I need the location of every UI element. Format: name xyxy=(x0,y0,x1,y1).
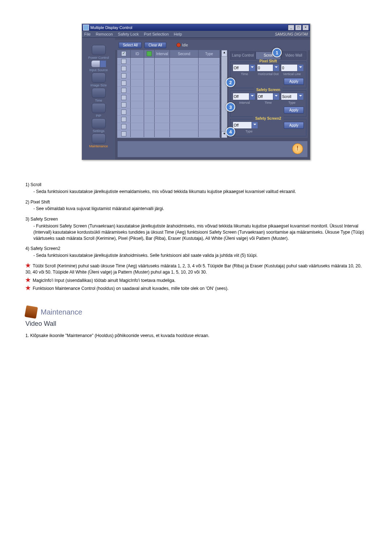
pixelshift-apply-button[interactable]: Apply xyxy=(284,78,304,85)
row-checkbox[interactable] xyxy=(121,73,126,78)
note3: Funktsioon Maintenance Control (hooldus)… xyxy=(33,286,229,291)
toolbar: Select All Clear All Idle xyxy=(115,40,310,50)
app-icon xyxy=(83,25,89,30)
pixelshift-time-select[interactable]: Off xyxy=(233,64,256,71)
row-checkbox[interactable] xyxy=(121,59,126,64)
step-text: 1. Klõpsake ikoonile "Maintenance" (Hool… xyxy=(25,333,367,339)
header-checkbox[interactable] xyxy=(121,51,126,56)
safety-screen-title: Safety Screen xyxy=(254,88,282,92)
col-type[interactable]: Type xyxy=(199,50,220,57)
item4-heading: Safety Screen2 xyxy=(30,246,60,251)
row-checkbox[interactable] xyxy=(121,81,126,86)
menu-portselection[interactable]: Port Selection xyxy=(144,32,168,36)
menu-safetylock[interactable]: Safety Lock xyxy=(118,32,139,36)
col-second[interactable]: Second xyxy=(170,50,199,57)
sidebar-item-power[interactable]: Power Control xyxy=(84,45,113,59)
row-checkbox[interactable] xyxy=(121,66,126,71)
subsection-heading: Video Wall xyxy=(25,319,367,328)
table-row[interactable] xyxy=(117,123,220,130)
status-header-icon xyxy=(147,51,152,56)
sidebar-item-time[interactable]: Time xyxy=(84,88,113,102)
table-row[interactable] xyxy=(117,72,220,79)
table-row[interactable] xyxy=(117,116,220,123)
table-row[interactable] xyxy=(117,58,220,65)
idle-dot-icon xyxy=(176,43,181,47)
sidebar-item-image[interactable]: Image Size xyxy=(84,73,113,87)
chevron-down-icon xyxy=(251,66,254,69)
table-row[interactable] xyxy=(117,130,220,138)
table-row[interactable] xyxy=(117,101,220,108)
maximize-button[interactable]: □ xyxy=(295,25,302,30)
section-heading: Maintenance xyxy=(25,306,367,318)
close-button[interactable]: × xyxy=(302,25,309,30)
panel-tabs: Lamp Control Scroll Video Wall xyxy=(230,52,306,59)
safety-screen2-group: Safety Screen2 Off Apply Type xyxy=(230,119,306,136)
table-row[interactable] xyxy=(117,94,220,101)
table-row[interactable] xyxy=(117,87,220,94)
brand-label: SAMSUNG DIGITAll xyxy=(187,32,308,36)
sidebar-item-input[interactable]: Input Source xyxy=(84,60,113,72)
col-id[interactable]: ID xyxy=(131,50,144,57)
window-title: Multiple Display Control xyxy=(90,25,132,30)
pip-icon xyxy=(92,103,106,113)
menu-remocon[interactable]: Remocon xyxy=(96,32,113,36)
grid-scrollbar[interactable]: ▲ ▼ xyxy=(221,50,227,138)
pixelshift-vline-select[interactable]: 0 xyxy=(281,64,304,71)
col-interval[interactable]: Interval xyxy=(155,50,170,57)
note1: Tüübi Scroll (Kerimine) puhul saab üksus… xyxy=(25,263,362,275)
chevron-down-icon xyxy=(253,124,256,127)
table-row[interactable] xyxy=(117,79,220,87)
row-checkbox[interactable] xyxy=(121,88,126,93)
safety2-type-select[interactable]: Off xyxy=(233,122,258,129)
safety-screen2-title: Safety Screen2 xyxy=(253,116,283,120)
sidebar-item-settings[interactable]: Settings xyxy=(84,118,113,133)
sidebar: Power Control Input Source Image Size Ti… xyxy=(82,38,115,160)
row-checkbox[interactable] xyxy=(121,117,126,122)
row-checkbox[interactable] xyxy=(121,110,126,115)
sidebar-item-maintenance[interactable]: Maintenance xyxy=(84,134,113,148)
image-icon xyxy=(92,73,106,83)
note2: MagicInfo'i Input (sisendallikas) töötab… xyxy=(33,278,175,283)
clear-all-button[interactable]: Clear All xyxy=(144,42,166,48)
tab-videowall[interactable]: Video Wall xyxy=(281,52,306,59)
chevron-down-icon xyxy=(251,95,254,98)
item1-heading: Scroll xyxy=(30,182,41,187)
table-row[interactable] xyxy=(117,108,220,116)
scroll-up-button[interactable]: ▲ xyxy=(221,50,227,57)
pixel-shift-title: Pixel Shift xyxy=(257,59,279,63)
scroll-track[interactable] xyxy=(221,57,227,131)
safety-apply-button[interactable]: Apply xyxy=(284,107,304,114)
safety-interval-select[interactable]: Off xyxy=(233,93,256,100)
chevron-down-icon xyxy=(299,66,302,69)
safety-time-select[interactable]: Off xyxy=(257,93,280,100)
item3-text: - Funktsiooni Safety Screen (Turvaekraan… xyxy=(33,223,367,241)
star-icon: ★ xyxy=(25,263,30,268)
callout-3: 3 xyxy=(226,102,235,112)
time-icon xyxy=(92,88,106,98)
sidebar-item-pip[interactable]: PIP xyxy=(84,103,113,118)
select-all-button[interactable]: Select All xyxy=(119,42,142,48)
item2-text: - See võimaldab kuva sujuvat liigutamist… xyxy=(33,206,367,212)
document-body: 1) Scroll - Seda funktsiooni kasutatakse… xyxy=(25,182,367,339)
tab-lamp[interactable]: Lamp Control xyxy=(230,52,256,59)
row-checkbox[interactable] xyxy=(121,124,126,129)
idle-indicator: Idle xyxy=(176,43,188,47)
pixelshift-hdot-select[interactable]: 0 xyxy=(257,64,280,71)
safety2-apply-button[interactable]: Apply xyxy=(284,122,304,129)
minimize-button[interactable]: _ xyxy=(288,25,294,30)
menu-help[interactable]: Help xyxy=(174,32,182,36)
warning-icon xyxy=(292,143,303,154)
input-icon xyxy=(91,60,106,67)
table-row[interactable] xyxy=(117,65,220,72)
row-checkbox[interactable] xyxy=(121,95,126,100)
power-icon xyxy=(92,45,106,55)
row-checkbox[interactable] xyxy=(121,102,126,107)
safety-type-select[interactable]: Scroll xyxy=(281,93,304,100)
titlebar: Multiple Display Control _ □ × xyxy=(82,24,310,31)
chevron-down-icon xyxy=(275,66,278,69)
status-footer xyxy=(117,141,308,157)
row-checkbox[interactable] xyxy=(121,131,126,136)
display-grid: ID Interval Second Type xyxy=(117,50,220,138)
callout-4: 4 xyxy=(226,127,235,136)
menu-file[interactable]: File xyxy=(84,32,91,36)
